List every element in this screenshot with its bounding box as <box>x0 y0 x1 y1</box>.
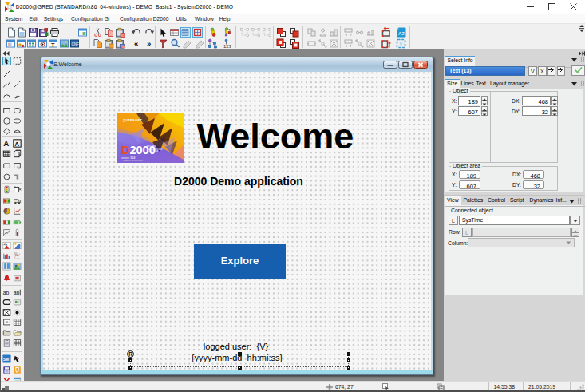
svg-text:© IPESOFT technologies: © IPESOFT technologies <box>121 160 144 162</box>
svg-text:version 12.0: version 12.0 <box>121 156 136 160</box>
svg-text:ab: ab <box>3 290 10 295</box>
svg-text:123: 123 <box>223 44 231 49</box>
svg-text:»: » <box>147 39 151 48</box>
svg-text:CNF: CNF <box>71 42 78 46</box>
svg-text:10: 10 <box>14 252 18 255</box>
svg-text:ab: ab <box>14 290 20 295</box>
svg-text:SMT: SMT <box>3 358 11 362</box>
svg-text:A: A <box>3 139 9 148</box>
svg-text:Real-time: Real-time <box>147 145 156 148</box>
svg-text:▢IPESOFT: ▢IPESOFT <box>123 118 142 122</box>
svg-text:application server: application server <box>147 148 163 151</box>
svg-text:«: « <box>134 39 138 48</box>
svg-text:T: T <box>51 41 55 48</box>
svg-text:and SCADA: and SCADA <box>147 150 158 153</box>
svg-text:AZ: AZ <box>398 31 405 36</box>
svg-text:A: A <box>14 141 19 148</box>
